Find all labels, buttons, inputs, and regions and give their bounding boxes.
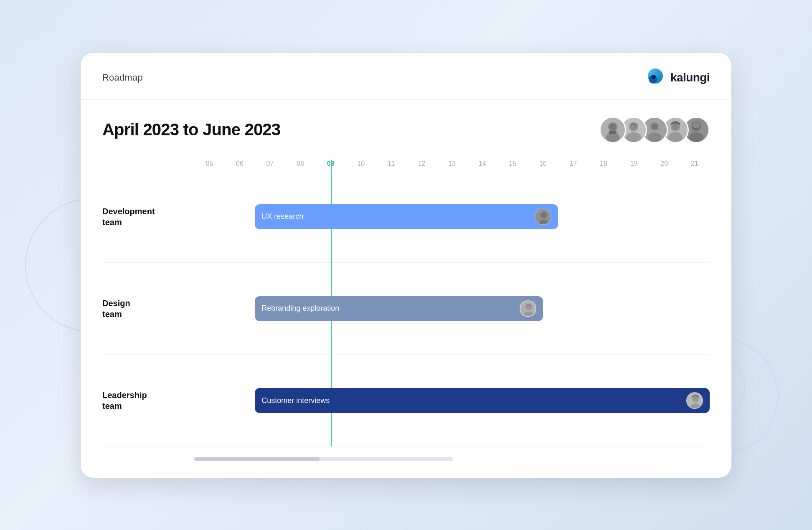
- svg-point-2: [652, 75, 656, 79]
- col-17: 17: [558, 160, 589, 167]
- svg-point-6: [609, 123, 616, 130]
- scrollbar-container[interactable]: [102, 450, 710, 464]
- svg-point-26: [540, 212, 547, 218]
- kalungi-logo-icon: [645, 68, 665, 88]
- col-07: 07: [255, 160, 285, 167]
- row-timeline-leadership: Customer interviews: [194, 355, 710, 446]
- row-timeline-design: Rebranding exploration: [194, 263, 710, 355]
- gantt-row-development: Developmentteam UX research: [102, 171, 710, 263]
- timeline-header: 05 06 07 08 09 10 11 12 13 14 15 16 17 1…: [194, 160, 710, 167]
- col-18: 18: [589, 160, 619, 167]
- task-avatar-ux: [535, 208, 551, 225]
- col-12: 12: [406, 160, 437, 167]
- task-label-customer-interviews: Customer interviews: [261, 396, 681, 405]
- col-06: 06: [225, 160, 255, 167]
- card-content: April 2023 to June 2023: [81, 100, 731, 478]
- col-13: 13: [437, 160, 467, 167]
- avatar-1: [599, 117, 626, 143]
- col-11: 11: [376, 160, 407, 167]
- col-05: 05: [194, 160, 225, 167]
- current-day-line: [331, 304, 332, 446]
- col-20: 20: [649, 160, 680, 167]
- scrollbar-thumb[interactable]: [194, 457, 320, 461]
- main-card: Roadmap kalungi April 2023 to June 2023: [80, 52, 732, 478]
- svg-point-14: [648, 132, 662, 142]
- gantt-container: 05 06 07 08 09 10 11 12 13 14 15 16 17 1…: [102, 160, 710, 464]
- row-timeline-development: UX research: [194, 171, 710, 263]
- logo-text: kalungi: [670, 71, 710, 84]
- task-avatar-design: [520, 300, 536, 317]
- svg-point-19: [672, 123, 679, 130]
- logo-area: kalungi: [645, 68, 710, 88]
- scrollbar-track[interactable]: [194, 457, 453, 461]
- task-bar-ux-research[interactable]: UX research: [255, 204, 558, 229]
- page-title: Roadmap: [102, 72, 143, 83]
- col-08: 08: [285, 160, 316, 167]
- svg-rect-7: [609, 130, 617, 133]
- task-label-rebranding: Rebranding exploration: [261, 304, 515, 313]
- col-15: 15: [497, 160, 528, 167]
- date-range: April 2023 to June 2023: [102, 120, 280, 139]
- task-bar-rebranding[interactable]: Rebranding exploration: [255, 296, 543, 321]
- svg-point-15: [652, 123, 658, 129]
- task-bar-customer-interviews[interactable]: Customer interviews: [255, 388, 710, 413]
- row-label-design: Designteam: [102, 298, 194, 320]
- gantt-body: Developmentteam UX research: [102, 171, 710, 447]
- avatars-row: [599, 117, 710, 143]
- row-label-leadership: Leadershipteam: [102, 390, 194, 411]
- gantt-row-design: Designteam Rebranding exploration: [102, 263, 710, 355]
- col-10: 10: [346, 160, 376, 167]
- svg-point-24: [693, 122, 700, 128]
- divider-3: [102, 446, 710, 446]
- task-label-ux-research: UX research: [261, 212, 530, 221]
- col-14: 14: [467, 160, 497, 167]
- col-19: 19: [619, 160, 649, 167]
- col-21: 21: [680, 160, 710, 167]
- gantt-row-leadership: Leadershipteam Customer interviews: [102, 355, 710, 446]
- col-16: 16: [528, 160, 558, 167]
- card-header: Roadmap kalungi: [81, 53, 731, 100]
- row-label-development: Developmentteam: [102, 206, 194, 228]
- top-row: April 2023 to June 2023: [102, 117, 710, 143]
- task-avatar-leadership: [686, 392, 703, 409]
